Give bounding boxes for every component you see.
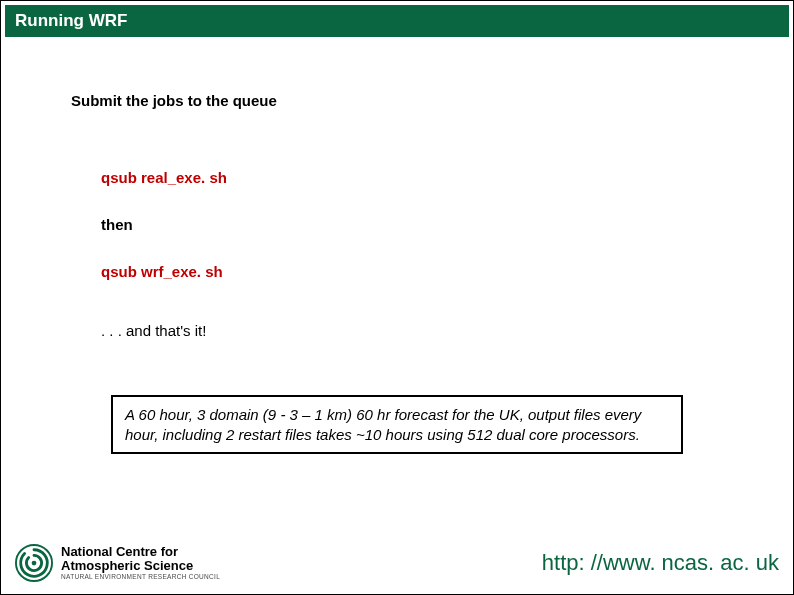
info-box: A 60 hour, 3 domain (9 - 3 – 1 km) 60 hr… <box>111 395 683 454</box>
command-2: qsub wrf_exe. sh <box>101 263 723 280</box>
command-1: qsub real_exe. sh <box>101 169 723 186</box>
slide-title: Running WRF <box>15 11 127 30</box>
svg-point-1 <box>32 561 37 566</box>
logo-line-2: Atmospheric Science <box>61 559 220 573</box>
logo-group: National Centre for Atmospheric Science … <box>15 544 220 582</box>
logo-subtext: NATURAL ENVIRONMENT RESEARCH COUNCIL <box>61 574 220 581</box>
logo-line-1: National Centre for <box>61 545 220 559</box>
footer-url: http: //www. ncas. ac. uk <box>542 550 779 576</box>
thats-it-text: . . . and that's it! <box>71 322 723 339</box>
then-text: then <box>101 216 723 233</box>
command-block: qsub real_exe. sh then qsub wrf_exe. sh <box>71 169 723 280</box>
instruction-text: Submit the jobs to the queue <box>71 92 723 109</box>
logo-text-block: National Centre for Atmospheric Science … <box>61 545 220 581</box>
slide-content: Submit the jobs to the queue qsub real_e… <box>1 37 793 454</box>
slide-footer: National Centre for Atmospheric Science … <box>15 544 779 582</box>
slide-title-bar: Running WRF <box>5 5 789 37</box>
ncas-logo-icon <box>15 544 53 582</box>
